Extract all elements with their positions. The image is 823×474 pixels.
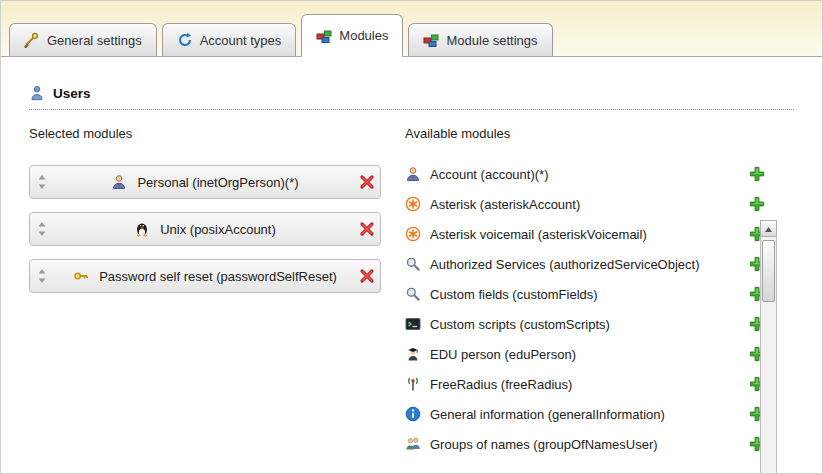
- main-panel: Users Selected modules Personal (inetOrg…: [1, 56, 822, 473]
- person-icon: [111, 174, 127, 190]
- key-icon: [73, 268, 89, 284]
- available-module-label: Asterisk voicemail (asteriskVoicemail): [430, 227, 647, 242]
- tab-label: Modules: [339, 28, 388, 43]
- drag-handle-icon[interactable]: [37, 221, 47, 237]
- add-module-button[interactable]: [749, 166, 765, 182]
- available-module-label: Asterisk (asteriskAccount): [430, 197, 580, 212]
- edu-person-icon: [405, 346, 421, 362]
- selected-module-unix-posixaccount[interactable]: Unix (posixAccount): [29, 212, 381, 246]
- info-icon: [405, 406, 421, 422]
- scroll-up-icon: [764, 220, 773, 238]
- sync-icon: [177, 32, 193, 48]
- selected-modules-list: Personal (inetOrgPerson)(*)Unix (posixAc…: [29, 165, 381, 293]
- script-icon: [405, 316, 421, 332]
- magnifier-icon: [405, 286, 421, 302]
- selected-module-label: Personal (inetOrgPerson)(*): [137, 175, 298, 190]
- tab-label: Account types: [200, 33, 282, 48]
- available-module-label: Authorized Services (authorizedServiceOb…: [430, 257, 700, 272]
- antenna-icon: [405, 376, 421, 392]
- tux-icon: [134, 221, 150, 237]
- asterisk-icon: [405, 226, 421, 242]
- available-module-label: Custom scripts (customScripts): [430, 317, 610, 332]
- remove-module-button[interactable]: [359, 221, 375, 237]
- available-module-freeradius-freeradius: FreeRadius (freeRadius): [405, 369, 765, 399]
- available-module-label: Groups of names (groupOfNamesUser): [430, 437, 658, 452]
- scroll-up-button[interactable]: [760, 220, 777, 237]
- available-module-asterisk-voicemail-asteriskvoicemail: Asterisk voicemail (asteriskVoicemail): [405, 219, 765, 249]
- selected-module-personal-inetorgperson[interactable]: Personal (inetOrgPerson)(*): [29, 165, 381, 199]
- available-modules-heading: Available modules: [405, 126, 765, 141]
- person-icon: [405, 166, 421, 182]
- available-module-label: Custom fields (customFields): [430, 287, 598, 302]
- available-module-general-information-generalinformation: General information (generalInformation): [405, 399, 765, 429]
- modules-icon: [423, 32, 439, 48]
- selected-modules-column: Selected modules Personal (inetOrgPerson…: [29, 126, 381, 459]
- tab-modules[interactable]: Modules: [301, 14, 403, 56]
- available-module-label: Account (account)(*): [430, 167, 549, 182]
- drag-handle-icon[interactable]: [37, 268, 47, 284]
- selected-module-label: Unix (posixAccount): [160, 222, 276, 237]
- page-title: Users: [53, 86, 91, 101]
- content-area: Users Selected modules Personal (inetOrg…: [1, 57, 822, 459]
- available-module-custom-fields-customfields: Custom fields (customFields): [405, 279, 765, 309]
- available-module-account-account: Account (account)(*): [405, 159, 765, 189]
- available-module-label: General information (generalInformation): [430, 407, 665, 422]
- modules-icon: [316, 28, 332, 44]
- available-module-groups-of-names-groupofnamesuser: Groups of names (groupOfNamesUser): [405, 429, 765, 459]
- user-icon: [29, 85, 45, 101]
- remove-module-button[interactable]: [359, 174, 375, 190]
- available-module-asterisk-asteriskaccount: Asterisk (asteriskAccount): [405, 189, 765, 219]
- tab-label: Module settings: [446, 33, 537, 48]
- selected-module-label: Password self reset (passwordSelfReset): [99, 269, 337, 284]
- section-heading: Users: [29, 85, 794, 110]
- tab-account-types[interactable]: Account types: [162, 23, 297, 56]
- available-modules-list: Account (account)(*)Asterisk (asteriskAc…: [405, 159, 765, 459]
- drag-handle-icon[interactable]: [37, 174, 47, 190]
- scrollbar-thumb[interactable]: [762, 240, 775, 302]
- group-icon: [405, 436, 421, 452]
- magnifier-icon: [405, 256, 421, 272]
- asterisk-icon: [405, 196, 421, 212]
- selected-modules-heading: Selected modules: [29, 126, 381, 141]
- remove-module-button[interactable]: [359, 268, 375, 284]
- available-module-custom-scripts-customscripts: Custom scripts (customScripts): [405, 309, 765, 339]
- available-module-edu-person-eduperson: EDU person (eduPerson): [405, 339, 765, 369]
- tools-icon: [24, 32, 40, 48]
- modules-columns: Selected modules Personal (inetOrgPerson…: [29, 126, 794, 459]
- lam-configuration-page: { "tabs": [ { "label": "General settings…: [0, 0, 823, 474]
- tab-label: General settings: [47, 33, 142, 48]
- tab-module-settings[interactable]: Module settings: [408, 23, 552, 56]
- add-module-button[interactable]: [749, 196, 765, 212]
- available-modules-column: Available modules Account (account)(*)As…: [405, 126, 765, 459]
- selected-module-password-self-reset-passwordselfreset[interactable]: Password self reset (passwordSelfReset): [29, 259, 381, 293]
- available-module-label: FreeRadius (freeRadius): [430, 377, 572, 392]
- tabs-bar: General settingsAccount typesModulesModu…: [9, 1, 553, 56]
- available-module-authorized-services-authorizedserviceobject: Authorized Services (authorizedServiceOb…: [405, 249, 765, 279]
- tab-general-settings[interactable]: General settings: [9, 23, 157, 56]
- available-modules-scrollbar[interactable]: [760, 220, 777, 474]
- available-module-label: EDU person (eduPerson): [430, 347, 576, 362]
